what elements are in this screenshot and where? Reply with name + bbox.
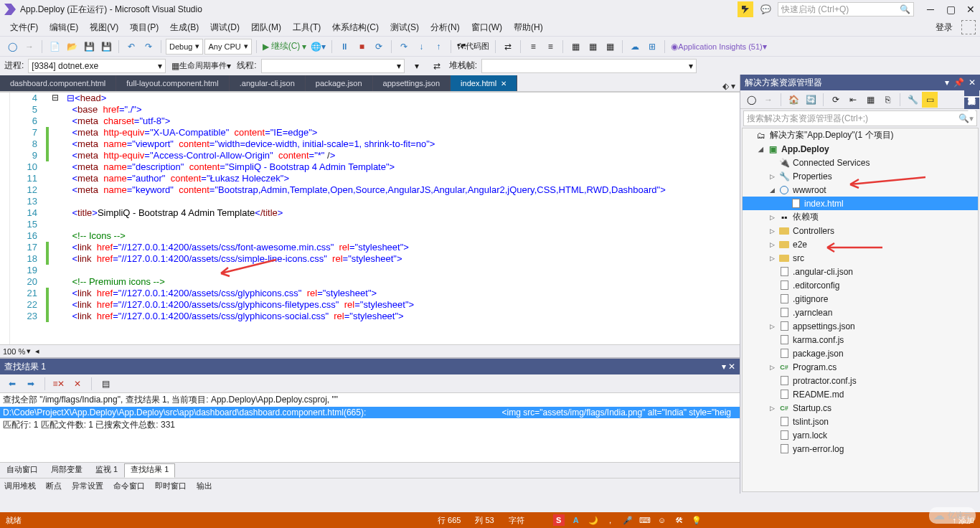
save-all-button[interactable]: 💾 — [98, 39, 114, 55]
menu-item[interactable]: 体系结构(C) — [326, 21, 385, 34]
solution-explorer-header[interactable]: 解决方案资源管理器 ▾📌✕ — [740, 75, 980, 90]
step-into-button[interactable]: ↓ — [413, 39, 429, 55]
tree-node[interactable]: ▷C#Startup.cs — [743, 401, 978, 415]
status-keyboard-icon[interactable]: ⌨ — [639, 514, 651, 526]
tree-node[interactable]: ◢wwwroot — [743, 183, 978, 197]
extensions-button[interactable]: ⊞ — [644, 39, 660, 55]
bottom-tab[interactable]: 异常设置 — [72, 481, 103, 491]
save-button[interactable]: 💾 — [81, 39, 97, 55]
bottom-tab[interactable]: 断点 — [46, 481, 62, 491]
sol-showall-button[interactable]: ▦ — [862, 92, 878, 108]
find-result-row[interactable]: D:\Code\ProjectX\App.Deploy\App.Deploy\s… — [0, 407, 740, 418]
nav-fwd-button[interactable]: → — [22, 39, 37, 55]
status-moon-icon[interactable]: 🌙 — [588, 514, 599, 526]
sol-collapse-button[interactable]: ⇤ — [845, 92, 861, 108]
tree-node[interactable]: ◢▣App.Deploy — [743, 142, 978, 156]
sol-copy-button[interactable]: ⎘ — [880, 92, 895, 108]
new-project-button[interactable]: 📄 — [47, 39, 62, 55]
menu-item[interactable]: 视图(V) — [84, 21, 124, 34]
menu-item[interactable]: 窗口(W) — [466, 21, 508, 34]
open-button[interactable]: 📂 — [64, 39, 80, 55]
thread-filter-button[interactable]: ▾ — [409, 58, 425, 74]
avatar-placeholder-icon[interactable] — [961, 20, 976, 34]
status-bulb-icon[interactable]: 💡 — [691, 514, 702, 526]
tab-overflow-button[interactable]: ⬖ ▾ — [718, 81, 740, 91]
continue-button[interactable]: ▶ 继续(C) ▾ — [261, 39, 308, 55]
browser-select-button[interactable]: 🌐▾ — [309, 39, 327, 55]
status-publish-button[interactable]: ↑ 添加 — [952, 515, 974, 526]
tree-node[interactable]: ▷appsettings.json — [743, 319, 978, 333]
tree-node[interactable]: .yarnclean — [743, 306, 978, 319]
platform-dropdown[interactable]: Any CPU▾ — [204, 39, 251, 55]
bookmark-button[interactable]: ▦ — [602, 39, 618, 55]
window-menu-icon[interactable]: ▾ — [945, 77, 949, 88]
thread-nav-button[interactable]: ⇄ — [429, 58, 445, 74]
config-dropdown[interactable]: Debug▾ — [166, 39, 203, 55]
editor-tab[interactable]: .angular-cli.json — [230, 75, 306, 91]
maximize-button[interactable]: ▢ — [946, 4, 956, 14]
quick-launch-input[interactable]: 快速启动 (Ctrl+Q) 🔍 — [778, 2, 914, 16]
solution-search-input[interactable]: 搜索解决方案资源管理器(Ctrl+;) 🔍▾ — [743, 110, 977, 126]
stop-button[interactable]: ■ — [354, 39, 369, 55]
menu-item[interactable]: 调试(D) — [204, 21, 245, 34]
find-next-button[interactable]: ➡ — [23, 376, 39, 392]
status-emoji-icon[interactable]: ☺ — [656, 514, 668, 526]
indent-button[interactable]: ≡ — [525, 39, 541, 55]
step-over-button[interactable]: ↷ — [396, 39, 412, 55]
tree-node[interactable]: .angular-cli.json — [743, 265, 978, 278]
stackframe-dropdown[interactable]: ▾ — [481, 59, 697, 73]
collapsed-tab-solution[interactable]: 解决方案资源管理器 — [964, 85, 979, 96]
login-button[interactable]: 登录 — [930, 20, 958, 35]
comment-button[interactable]: ▦ — [567, 39, 583, 55]
tree-node[interactable]: yarn.lock — [743, 428, 978, 442]
tree-node[interactable]: .gitignore — [743, 292, 978, 306]
find-stop-button[interactable]: ✕ — [70, 376, 85, 392]
lifecycle-button[interactable]: ▦ 生命周期事件 ▾ — [170, 58, 232, 74]
cloud-button[interactable]: ☁ — [627, 39, 643, 55]
menu-item[interactable]: 编辑(E) — [44, 21, 84, 34]
menu-item[interactable]: 项目(P) — [124, 21, 164, 34]
tree-node[interactable]: package.json — [743, 346, 978, 360]
tree-node[interactable]: ▷Controllers — [743, 224, 978, 237]
sol-home-button[interactable]: 🏠 — [786, 92, 801, 108]
sol-sync-button[interactable]: 🔄 — [803, 92, 819, 108]
find-bottom-tab[interactable]: 监视 1 — [89, 463, 124, 478]
app-insights-button[interactable]: ◉ Application Insights (51) ▾ — [669, 39, 768, 55]
close-button[interactable]: ✕ — [966, 4, 976, 14]
find-results-body[interactable]: 查找全部 "/img/flags/India.png", 查找结果 1, 当前项… — [0, 393, 740, 462]
feedback-icon[interactable]: 💬 — [758, 1, 773, 17]
menu-item[interactable]: 测试(S) — [385, 21, 425, 34]
find-bottom-tab[interactable]: 查找结果 1 — [124, 463, 175, 478]
nav-back-button[interactable]: ◯ — [4, 39, 20, 55]
bottom-tab[interactable]: 命令窗口 — [113, 481, 145, 491]
editor-tab[interactable]: index.html✕ — [451, 75, 517, 91]
tree-node[interactable]: ▷C#Program.cs — [743, 360, 978, 374]
step-out-button[interactable]: ↑ — [430, 39, 446, 55]
tab-close-icon[interactable]: ✕ — [501, 80, 507, 88]
menu-item[interactable]: 文件(F) — [4, 21, 44, 34]
code-editor[interactable]: 4567891011121314151617181920212223 ⊟ ⊟<h… — [0, 92, 740, 344]
thread-dropdown[interactable]: ▾ — [261, 59, 405, 73]
solution-tree[interactable]: 🗂解决方案"App.Deploy"(1 个项目)◢▣App.Deploy🔌Con… — [742, 128, 979, 492]
sol-back-button[interactable]: ◯ — [743, 92, 759, 108]
outdent-button[interactable]: ≡ — [542, 39, 558, 55]
restart-button[interactable]: ⟳ — [371, 39, 387, 55]
editor-tab[interactable]: full-layout.component.html — [116, 75, 229, 91]
pin-icon[interactable]: 📌 — [953, 77, 964, 88]
editor-tab[interactable]: package.json — [306, 75, 373, 91]
tree-node[interactable]: protractor.conf.js — [743, 374, 978, 387]
editor-tab[interactable]: dashboard.component.html — [0, 75, 116, 91]
sol-fwd-button[interactable]: → — [760, 92, 776, 108]
bottom-tab[interactable]: 调用堆栈 — [4, 481, 36, 491]
minimize-button[interactable]: ─ — [925, 4, 936, 14]
menu-item[interactable]: 团队(M) — [245, 21, 287, 34]
zoom-level[interactable]: 100 % — [3, 347, 25, 356]
tree-node[interactable]: yarn-error.log — [743, 442, 978, 456]
find-bottom-tab[interactable]: 自动窗口 — [0, 463, 44, 478]
undo-button[interactable]: ↶ — [123, 39, 139, 55]
tree-node[interactable]: ▷▪▪依赖项 — [743, 210, 978, 224]
tree-node[interactable]: 🔌Connected Services — [743, 156, 978, 169]
status-tools-icon[interactable]: 🛠 — [674, 514, 685, 526]
find-bottom-tab[interactable]: 局部变量 — [44, 463, 89, 478]
collapsed-tab-team[interactable]: 团队资源管理器 — [964, 98, 979, 109]
